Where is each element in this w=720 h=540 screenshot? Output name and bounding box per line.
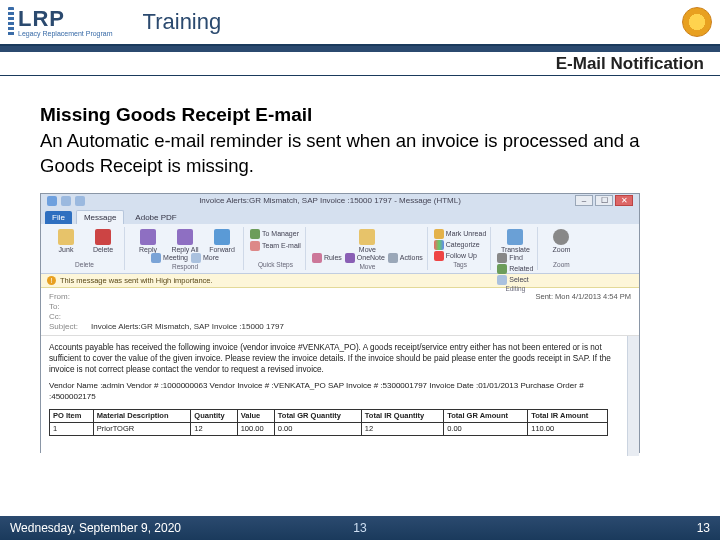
subtitle-bar: E-Mail Notification [0,52,720,76]
group-delete: Junk Delete Delete [45,227,125,270]
related-icon [497,264,507,274]
message-header: From:Sent: Mon 4/1/2013 4:54 PM To: Cc: … [41,288,639,336]
table-row: 1 PriorTOGR 12 100.00 0.00 12 0.00 110.0… [50,422,608,435]
translate-button[interactable]: Translate [498,229,532,253]
qat-undo-icon[interactable] [61,196,71,206]
onenote-button[interactable]: OneNote [345,253,385,263]
minimize-button[interactable]: – [575,195,593,206]
followup-button[interactable]: Follow Up [434,251,486,261]
forward-icon [214,229,230,245]
actions-icon [388,253,398,263]
outlook-window: Invoice Alerts:GR Mismatch, SAP Invoice … [40,193,640,453]
categorize-icon [434,240,444,250]
junk-button[interactable]: Junk [49,229,83,253]
tab-message[interactable]: Message [76,210,124,224]
move-icon [359,229,375,245]
info-icon: ! [47,276,56,285]
more-icon [191,253,201,263]
reply-button[interactable]: Reply [131,229,165,253]
sent-date: Sent: Mon 4/1/2013 4:54 PM [536,292,631,301]
move-button[interactable]: Move [350,229,384,253]
th: Total IR Quantity [361,409,443,422]
delete-icon [95,229,111,245]
group-label: Delete [75,261,94,268]
section-title: Missing Goods Receipt E-mail [40,104,680,126]
window-title: Invoice Alerts:GR Mismatch, SAP Invoice … [89,196,571,205]
td: 12 [191,422,237,435]
rules-icon [312,253,322,263]
importance-bar: ! This message was sent with High import… [41,274,639,288]
team-email-icon [250,241,260,251]
junk-icon [58,229,74,245]
qat-redo-icon[interactable] [75,196,85,206]
team-email-button[interactable]: Team E-mail [250,241,301,251]
group-quick-steps: To Manager Team E-mail Quick Steps [246,227,306,270]
lrp-logo: LRP Legacy Replacement Program [8,7,113,37]
to-label: To: [49,302,85,311]
reply-icon [140,229,156,245]
delete-button[interactable]: Delete [86,229,120,253]
group-label: Tags [453,261,467,268]
reply-all-icon [177,229,193,245]
categorize-button[interactable]: Categorize [434,240,486,250]
group-editing: Translate Find Related Select Editing [493,227,538,270]
logo-subtext: Legacy Replacement Program [18,30,113,37]
td: 100.00 [237,422,274,435]
maximize-button[interactable]: ☐ [595,195,613,206]
th: Total GR Quantity [274,409,361,422]
find-icon [497,253,507,263]
importance-text: This message was sent with High importan… [60,276,213,285]
footer-page-center: 13 [353,521,366,535]
find-button[interactable]: Find [497,253,533,263]
more-button[interactable]: More [191,253,219,263]
table-header-row: PO Item Material Description Quantity Va… [50,409,608,422]
tab-file[interactable]: File [45,211,72,224]
flag-icon [434,251,444,261]
seal-icon [682,7,712,37]
section-body: An Automatic e-mail reminder is sent whe… [40,129,680,179]
logo-text: LRP [18,8,113,30]
td: PriorTOGR [93,422,191,435]
td: 0.00 [274,422,361,435]
group-zoom: Zoom Zoom [540,227,582,270]
group-label: Editing [505,285,525,292]
body-paragraph: Accounts payable has received the follow… [49,342,631,375]
rules-button[interactable]: Rules [312,253,342,263]
th: Value [237,409,274,422]
th: Total GR Amount [444,409,528,422]
mark-unread-button[interactable]: Mark Unread [434,229,486,239]
group-move: Move Rules OneNote Actions Move [308,227,428,270]
window-buttons: – ☐ ✕ [575,195,633,206]
subtitle-text: E-Mail Notification [556,54,704,74]
to-manager-button[interactable]: To Manager [250,229,301,239]
select-icon [497,275,507,285]
quick-access-toolbar: Invoice Alerts:GR Mismatch, SAP Invoice … [41,194,639,208]
close-button[interactable]: ✕ [615,195,633,206]
message-body: Accounts payable has received the follow… [41,336,639,456]
td: 1 [50,422,94,435]
forward-button[interactable]: Forward [205,229,239,253]
zoom-button[interactable]: Zoom [544,229,578,253]
scrollbar[interactable] [627,336,639,456]
ribbon-tabs: File Message Adobe PDF [41,208,639,224]
content-area: Missing Goods Receipt E-mail An Automati… [0,76,720,453]
td: 0.00 [444,422,528,435]
translate-icon [507,229,523,245]
po-table: PO Item Material Description Quantity Va… [49,409,608,436]
th: PO Item [50,409,94,422]
footer-date: Wednesday, September 9, 2020 [10,521,181,535]
related-button[interactable]: Related [497,264,533,274]
reply-all-button[interactable]: Reply All [168,229,202,253]
cc-label: Cc: [49,312,85,321]
qat-save-icon[interactable] [47,196,57,206]
select-button[interactable]: Select [497,275,533,285]
tab-adobe-pdf[interactable]: Adobe PDF [128,211,183,224]
th: Total IR Amount [528,409,607,422]
logo-bars-icon [8,7,14,37]
group-label: Zoom [553,261,570,268]
meeting-icon [151,253,161,263]
group-respond: Reply Reply All Forward Meeting More Res… [127,227,244,270]
actions-button[interactable]: Actions [388,253,423,263]
to-manager-icon [250,229,260,239]
meeting-button[interactable]: Meeting [151,253,188,263]
